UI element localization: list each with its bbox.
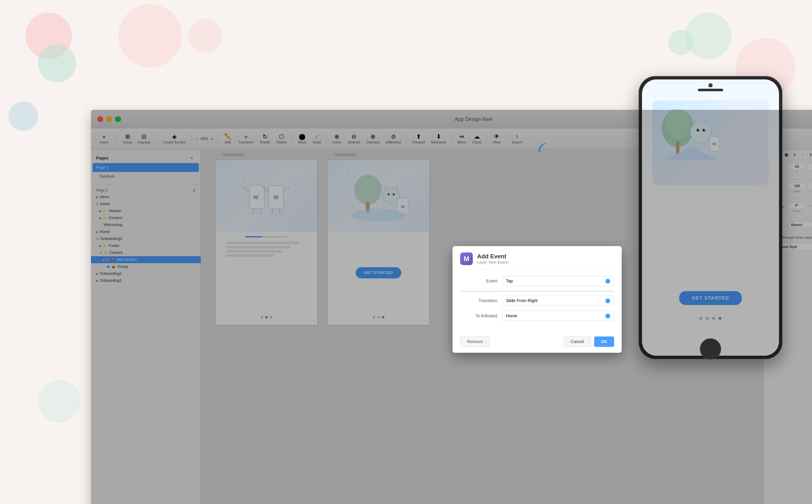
event-label: Event: — [460, 279, 498, 283]
event-select[interactable]: Tap ⬤ — [502, 276, 614, 286]
event-field: Event: Tap ⬤ — [460, 276, 614, 286]
event-select-wrapper: Tap ⬤ — [502, 276, 614, 286]
svg-text:✦: ✦ — [659, 106, 661, 110]
app-window: App Design New ＋ Insert ⊞ Group ⊟ Ungrou… — [91, 110, 812, 504]
phone-camera — [708, 83, 713, 87]
modal-footer: Remove Cancel OK — [452, 332, 622, 353]
to-artboard-select-wrapper: Home ⬤ — [502, 311, 614, 321]
modal-divider — [460, 291, 614, 291]
remove-button[interactable]: Remove — [460, 336, 490, 347]
cancel-button[interactable]: Cancel — [564, 336, 591, 347]
transition-field: Transition: Slide From Right ⬤ — [460, 296, 614, 306]
transition-dropdown-arrow: ⬤ — [605, 298, 611, 303]
to-artboard-field: To Artboard: Home ⬤ — [460, 311, 614, 321]
modal-title: Add Event — [477, 253, 508, 260]
transition-label: Transition: — [460, 298, 498, 303]
transition-select[interactable]: Slide From Right ⬤ — [502, 296, 614, 306]
modal-subtitle: Layer: Next Button — [477, 260, 508, 265]
to-artboard-label: To Artboard: — [460, 313, 498, 318]
to-artboard-select[interactable]: Home ⬤ — [502, 311, 614, 321]
to-artboard-dropdown-arrow: ⬤ — [605, 313, 611, 319]
modal-footer-right: Cancel OK — [564, 336, 614, 347]
modal-title-area: Add Event Layer: Next Button — [477, 253, 508, 265]
modal-app-icon: M — [460, 252, 473, 265]
event-dropdown-arrow: ⬤ — [605, 278, 611, 284]
modal-header: M Add Event Layer: Next Button — [452, 246, 622, 270]
modal-body: Event: Tap ⬤ Transition: Slide From Ri — [452, 270, 622, 332]
transition-select-wrapper: Slide From Right ⬤ — [502, 296, 614, 306]
phone-speaker — [698, 89, 723, 91]
add-event-modal: M Add Event Layer: Next Button Event: Ta… — [452, 246, 622, 353]
ok-button[interactable]: OK — [594, 336, 614, 347]
modal-overlay[interactable]: M Add Event Layer: Next Button Event: Ta… — [91, 110, 812, 504]
